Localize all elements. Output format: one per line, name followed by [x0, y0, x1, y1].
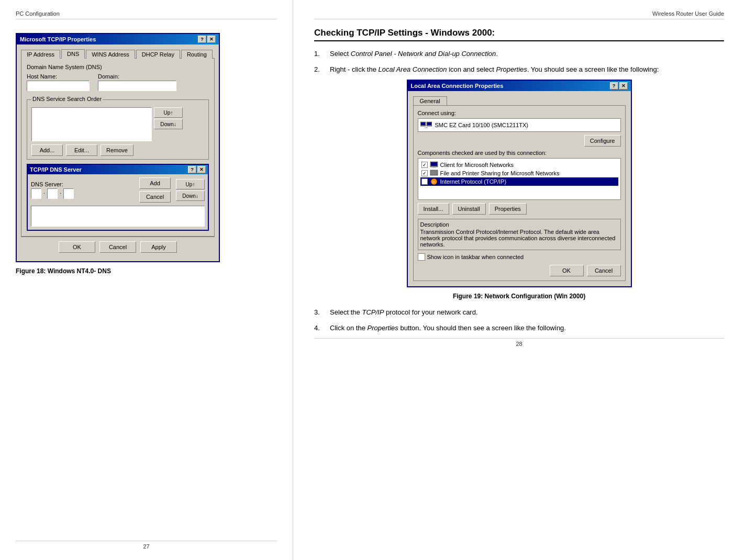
inner-up-button[interactable]: Up↑	[176, 179, 205, 189]
net-tab-general[interactable]: General	[413, 96, 447, 105]
edit-button[interactable]: Edit...	[66, 144, 97, 156]
net-config-dialog: Local Area Connection Properties ? ✕ Gen…	[407, 80, 632, 287]
tab-wins-address[interactable]: WINS Address	[86, 50, 135, 59]
inner-help-button[interactable]: ?	[188, 166, 196, 173]
step-2: 2. Right - click the Local Area Connecti…	[314, 64, 724, 75]
dns-section-label: Domain Name System (DNS)	[27, 64, 209, 70]
titlebar-buttons: ? ✕	[198, 36, 216, 43]
add-button[interactable]: Add...	[31, 144, 63, 156]
component-tcpip-checkbox[interactable]: ✓	[421, 178, 428, 185]
up-down-controls: Up↑ Down↓	[154, 107, 183, 129]
net-bottom-buttons: OK Cancel	[418, 265, 621, 276]
adapter-name: SMC EZ Card 10/100 (SMC1211TX)	[435, 122, 529, 128]
dns-search-list[interactable]	[31, 107, 152, 141]
step-4: 4. Click on the Properties button. You s…	[314, 323, 724, 333]
tab-dns[interactable]: DNS	[61, 49, 85, 59]
domain-label: Domain:	[98, 73, 176, 80]
component-client-label: Client for Microsoft Networks	[440, 162, 514, 168]
tab-ip-address[interactable]: IP Address	[21, 50, 60, 59]
tcp-ip-dns-server-dialog: TCP/IP DNS Server ? ✕ DNS Server:	[27, 164, 209, 231]
inner-down-button[interactable]: Down↓	[176, 191, 205, 201]
inner-dialog-titlebar: TCP/IP DNS Server ? ✕	[28, 165, 208, 174]
left-footer: 27	[16, 541, 277, 550]
description-box: Description Transmission Control Protoco…	[418, 219, 621, 250]
dns-search-order-group: DNS Service Search Order Up↑ Down↓ Add..…	[27, 99, 209, 160]
net-close-button[interactable]: ✕	[619, 82, 628, 89]
dns-search-order-label: DNS Service Search Order	[31, 96, 103, 102]
inner-dns-list[interactable]	[31, 206, 205, 227]
dns-ip-2[interactable]	[47, 188, 58, 199]
up-button[interactable]: Up↑	[154, 107, 183, 118]
properties-button[interactable]: Properties	[489, 203, 527, 215]
ok-button[interactable]: OK	[59, 241, 95, 253]
steps-list: 1. Select Control Panel - Network and Di…	[314, 49, 724, 74]
net-dialog-body: General Connect using:	[408, 91, 631, 286]
steps-3-4-list: 3. Select the TCP/IP protocol for your n…	[314, 307, 724, 333]
inner-cancel-button[interactable]: Cancel	[139, 191, 171, 203]
cancel-button[interactable]: Cancel	[99, 241, 136, 253]
figure18-caption: Figure 18: Windows NT4.0- DNS	[16, 267, 111, 275]
adapter-row: SMC EZ Card 10/100 (SMC1211TX)	[418, 118, 621, 132]
remove-button[interactable]: Remove	[101, 144, 134, 156]
svg-rect-9	[431, 171, 437, 174]
network-card-icon	[420, 121, 432, 129]
svg-rect-4	[425, 127, 428, 128]
dns-server-row: DNS Server: . .	[31, 177, 205, 203]
net-cancel-button[interactable]: Cancel	[587, 265, 621, 276]
component-client: ✓ Client for Microsoft Networks	[420, 161, 618, 169]
show-icon-row: Show icon in taskbar when connected	[418, 253, 621, 261]
sharing-icon	[430, 170, 438, 177]
components-label: Components checked are used by this conn…	[418, 150, 621, 156]
uninstall-button[interactable]: Uninstall	[452, 203, 486, 215]
right-header: Wireless Router User Guide	[652, 10, 724, 17]
connect-using-label: Connect using:	[418, 110, 621, 116]
svg-rect-7	[432, 167, 436, 168]
dns-server-label: DNS Server:	[31, 181, 136, 187]
component-sharing-checkbox[interactable]: ✓	[421, 170, 428, 176]
close-button[interactable]: ✕	[207, 36, 216, 43]
step-1: 1. Select Control Panel - Network and Di…	[314, 49, 724, 59]
inner-dialog-body: DNS Server: . .	[28, 174, 208, 230]
domain-input[interactable]	[98, 81, 176, 91]
dns-ip-1[interactable]	[31, 188, 41, 199]
inner-titlebar-buttons: ? ✕	[188, 166, 206, 173]
net-tab-bar: General	[413, 96, 626, 105]
svg-rect-1	[421, 122, 425, 125]
apply-button[interactable]: Apply	[140, 241, 177, 253]
description-title: Description	[420, 221, 618, 228]
right-footer: 28	[314, 338, 724, 347]
section-title: Checking TCP/IP Settings - Windows 2000:	[314, 28, 724, 41]
configure-button[interactable]: Configure	[584, 135, 621, 147]
inner-dialog-title: TCP/IP DNS Server	[30, 166, 82, 173]
tab-routing[interactable]: Routing	[181, 50, 213, 59]
component-tcpip[interactable]: ✓ IP Internet Protocol (TCP/IP)	[420, 177, 618, 186]
left-header: PC Configuration	[16, 10, 60, 17]
svg-rect-3	[427, 122, 431, 125]
component-list[interactable]: ✓ Client for Microsoft Networks ✓	[418, 158, 621, 200]
net-ok-button[interactable]: OK	[550, 265, 584, 276]
inner-close-button[interactable]: ✕	[197, 166, 206, 173]
show-icon-checkbox[interactable]	[418, 253, 425, 261]
host-name-label: Host Name:	[27, 73, 90, 80]
component-sharing: ✓ File and Printer Sharing for Microsoft…	[420, 169, 618, 177]
tab-content-dns: Domain Name System (DNS) Host Name: Doma…	[21, 58, 215, 237]
tab-dhcp-relay[interactable]: DHCP Relay	[136, 50, 180, 59]
dns-ip-3[interactable]	[63, 188, 74, 199]
description-text: Transmission Control Protocol/Internet P…	[420, 229, 618, 248]
host-name-group: Host Name:	[27, 73, 90, 91]
down-button[interactable]: Down↓	[154, 119, 183, 129]
tcpip-icon: IP	[430, 178, 438, 185]
component-sharing-label: File and Printer Sharing for Microsoft N…	[440, 170, 560, 176]
net-dialog-title: Local Area Connection Properties	[411, 83, 504, 89]
domain-group: Domain:	[98, 73, 176, 91]
inner-add-button[interactable]: Add	[139, 177, 171, 189]
help-button[interactable]: ?	[198, 36, 206, 43]
net-dialog-titlebar: Local Area Connection Properties ? ✕	[408, 81, 631, 91]
component-client-checkbox[interactable]: ✓	[421, 162, 428, 168]
host-name-input[interactable]	[27, 81, 90, 91]
dialog-titlebar: Microsoft TCP/IP Properties ? ✕	[17, 34, 219, 44]
install-button[interactable]: Install...	[418, 203, 449, 215]
svg-rect-6	[431, 162, 437, 166]
step-3: 3. Select the TCP/IP protocol for your n…	[314, 307, 724, 318]
net-help-button[interactable]: ?	[610, 82, 618, 89]
